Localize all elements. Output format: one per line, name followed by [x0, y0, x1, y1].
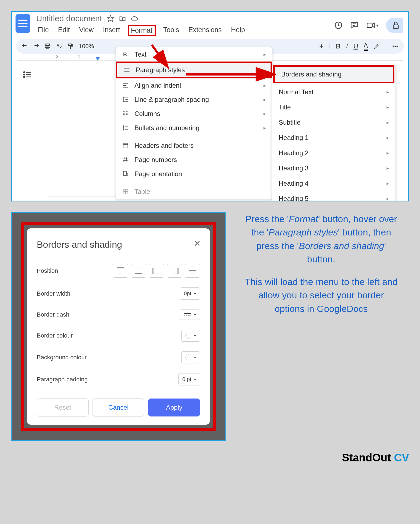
sub-borders-shading[interactable]: Borders and shading: [273, 65, 394, 83]
dd-columns-label: Columns: [134, 110, 160, 118]
svg-rect-57: [153, 268, 160, 274]
sub-borders-label: Borders and shading: [281, 71, 341, 78]
zoom-level[interactable]: 100%: [79, 43, 94, 50]
sub-heading-2[interactable]: Heading 2▸: [272, 145, 396, 161]
indent-marker-icon[interactable]: [96, 57, 100, 61]
text-color-button[interactable]: A: [364, 42, 368, 51]
red-arrow-2-icon: [183, 66, 276, 82]
dd-headers-footers[interactable]: Headers and footers: [116, 139, 272, 153]
comments-icon[interactable]: [350, 21, 359, 30]
menu-extensions[interactable]: Extensions: [187, 25, 223, 36]
sub-heading-5[interactable]: Heading 5▸: [272, 191, 396, 201]
border-width-label: Border width: [37, 290, 70, 297]
dd-headers-label: Headers and footers: [134, 142, 194, 149]
svg-rect-53: [117, 268, 124, 274]
red-arrow-1-icon: [149, 42, 171, 69]
background-colour-label: Background colour: [37, 354, 87, 361]
spellcheck-icon[interactable]: [56, 43, 62, 50]
border-dash-label: Border dash: [37, 311, 69, 318]
paragraph-padding-label: Paragraph padding: [37, 376, 88, 383]
dd-align-label: Align and indent: [134, 82, 181, 89]
cloud-icon[interactable]: [131, 15, 138, 22]
menu-view[interactable]: View: [77, 25, 95, 36]
border-colour-select[interactable]: ▾: [181, 330, 200, 342]
meet-icon[interactable]: [366, 21, 375, 30]
brand-logo: StandOut CV: [11, 452, 409, 464]
menu-tools[interactable]: Tools: [162, 25, 181, 36]
docs-logo-icon: [16, 14, 30, 33]
background-colour-select[interactable]: ▾: [181, 351, 200, 363]
svg-point-13: [24, 72, 25, 73]
svg-line-51: [152, 45, 165, 64]
ruler-tick: 1: [78, 54, 80, 59]
svg-point-15: [24, 74, 25, 75]
pos-between-button[interactable]: [185, 264, 200, 278]
dd-table-label: Table: [134, 188, 150, 195]
ruler-tick: 2: [56, 54, 59, 59]
menu-bar: File Edit View Insert Format Tools Exten…: [36, 25, 247, 36]
menu-insert[interactable]: Insert: [101, 25, 122, 36]
dialog-screenshot: Borders and shading ✕ Position Border wi…: [11, 212, 226, 441]
cancel-button[interactable]: Cancel: [93, 399, 145, 416]
more-icon[interactable]: [392, 43, 398, 50]
paint-format-icon[interactable]: [67, 43, 74, 50]
dd-bullets[interactable]: Bullets and numbering▸: [116, 121, 272, 135]
paragraph-padding-select[interactable]: 0 pt▾: [178, 373, 200, 385]
apply-button[interactable]: Apply: [148, 399, 200, 416]
position-label: Position: [37, 267, 58, 274]
dd-table[interactable]: Table: [116, 185, 272, 199]
dialog-close-icon[interactable]: ✕: [194, 239, 201, 248]
sub-heading-4[interactable]: Heading 4▸: [272, 176, 396, 191]
svg-rect-41: [123, 143, 128, 148]
outline-toggle-icon[interactable]: [23, 70, 32, 80]
bold-button[interactable]: B: [336, 42, 340, 50]
dd-text[interactable]: B Text▸: [116, 47, 272, 62]
print-icon[interactable]: [44, 43, 51, 50]
menu-format[interactable]: Format: [128, 25, 156, 36]
highlight-icon[interactable]: [373, 43, 380, 50]
star-icon[interactable]: [107, 15, 114, 22]
svg-point-12: [397, 46, 398, 47]
reset-button[interactable]: Reset: [37, 399, 89, 416]
menu-help[interactable]: Help: [229, 25, 247, 36]
menu-edit[interactable]: Edit: [56, 25, 71, 36]
svg-point-39: [123, 129, 124, 130]
svg-rect-5: [393, 25, 398, 29]
instruction-text: Press the 'Format' button, hover over th…: [242, 212, 400, 325]
undo-icon[interactable]: [22, 43, 28, 50]
insert-plus[interactable]: +: [319, 42, 324, 51]
pos-left-button[interactable]: [149, 264, 164, 278]
svg-rect-55: [135, 268, 142, 274]
sub-normal-text[interactable]: Normal Text▸: [272, 84, 396, 100]
dd-text-label: Text: [134, 51, 146, 58]
pos-top-button[interactable]: [113, 264, 128, 278]
redo-icon[interactable]: [33, 43, 39, 50]
dd-line-spacing[interactable]: Line & paragraph spacing▸: [116, 93, 272, 107]
menu-file[interactable]: File: [36, 25, 50, 36]
svg-line-44: [126, 157, 127, 162]
share-lock-button[interactable]: [386, 18, 403, 33]
dd-columns[interactable]: Columns▸: [116, 107, 272, 121]
sub-title[interactable]: Title▸: [272, 100, 396, 115]
sub-heading-3[interactable]: Heading 3▸: [272, 161, 396, 176]
pos-bottom-button[interactable]: [131, 264, 146, 278]
svg-rect-4: [367, 23, 372, 27]
history-icon[interactable]: [334, 21, 342, 30]
svg-rect-47: [123, 171, 126, 175]
gdocs-screenshot: Untitled document File Edit View Insert …: [11, 11, 409, 201]
document-title[interactable]: Untitled document: [36, 14, 102, 23]
border-width-select[interactable]: 0pt▾: [180, 287, 200, 300]
dd-orientation-label: Page orientation: [134, 170, 182, 178]
svg-point-11: [395, 46, 396, 47]
move-folder-icon[interactable]: [119, 15, 126, 22]
dialog-title: Borders and shading: [37, 239, 200, 250]
border-dash-select[interactable]: ▾: [180, 310, 200, 320]
dd-page-orientation[interactable]: Page orientation: [116, 167, 272, 181]
italic-button[interactable]: I: [346, 42, 348, 50]
sub-subtitle[interactable]: Subtitle▸: [272, 115, 396, 130]
sub-heading-1[interactable]: Heading 1▸: [272, 130, 396, 145]
svg-point-17: [24, 76, 25, 77]
dd-page-numbers[interactable]: Page numbers: [116, 153, 272, 167]
underline-button[interactable]: U: [353, 42, 358, 50]
pos-right-button[interactable]: [167, 264, 182, 278]
